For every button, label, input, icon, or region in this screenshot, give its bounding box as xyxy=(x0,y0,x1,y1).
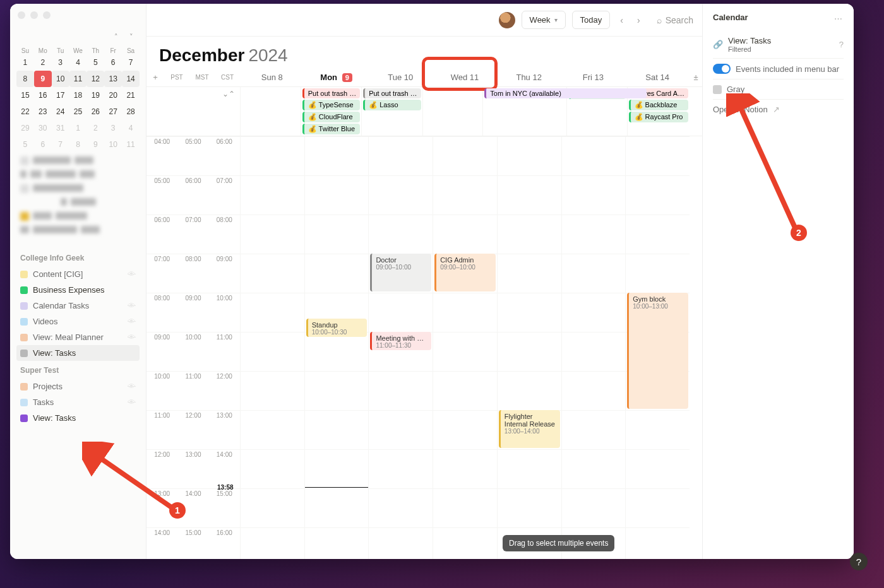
mini-cal-next[interactable]: ˅ xyxy=(126,30,137,44)
mini-cal-day[interactable]: 4 xyxy=(69,54,87,71)
mini-cal-day[interactable]: 11 xyxy=(69,71,87,87)
day-column[interactable] xyxy=(561,136,626,559)
time-grid[interactable]: 04:0005:0006:0005:0006:0007:0006:0007:00… xyxy=(146,136,702,559)
allday-event[interactable]: Tom in NYC (available) xyxy=(484,88,647,98)
mini-cal-day[interactable]: 27 xyxy=(104,103,122,120)
hidden-icon[interactable]: 👁 xyxy=(128,317,136,326)
help-fab[interactable]: ? xyxy=(850,553,868,570)
day-column[interactable]: Flylighter Internal Release13:00–14:00 xyxy=(497,136,561,559)
menubar-toggle[interactable] xyxy=(713,64,731,74)
mini-cal-day[interactable]: 24 xyxy=(52,103,69,120)
prev-week[interactable]: ‹ xyxy=(616,13,627,28)
timed-event[interactable]: Meeting with …11:00–11:30 xyxy=(370,332,431,350)
mini-cal-day[interactable]: 15 xyxy=(16,87,34,103)
calendar-item[interactable]: Videos👁 xyxy=(16,314,140,329)
calendar-item[interactable]: View: Tasks xyxy=(16,410,140,426)
mini-cal-day[interactable]: 11 xyxy=(122,136,140,153)
day-header[interactable]: Sun 8 xyxy=(240,73,304,82)
mini-cal-day[interactable]: 26 xyxy=(87,103,104,120)
allday-column[interactable] xyxy=(240,87,301,136)
color-swatch[interactable] xyxy=(713,85,722,94)
hidden-icon[interactable]: 👁 xyxy=(128,382,136,391)
mini-cal-day[interactable]: 30 xyxy=(34,120,52,136)
day-column[interactable]: CIG Admin09:00–10:00 xyxy=(433,136,497,559)
timed-event[interactable]: Flylighter Internal Release13:00–14:00 xyxy=(499,410,560,448)
mini-cal-day[interactable]: 3 xyxy=(52,54,69,71)
panel-view-label[interactable]: View: Tasks xyxy=(728,36,771,45)
mini-cal-day[interactable]: 6 xyxy=(104,54,122,71)
mini-cal-day[interactable]: 8 xyxy=(16,71,34,87)
calendar-item[interactable]: Calendar Tasks👁 xyxy=(16,298,140,314)
mini-calendar[interactable]: 1234567891011121314151617181920212223242… xyxy=(16,54,140,153)
day-header[interactable]: Fri 13 xyxy=(561,73,626,82)
mini-cal-day[interactable]: 7 xyxy=(122,54,140,71)
allday-event[interactable]: Put out trash … xyxy=(363,88,421,98)
allday-event[interactable]: 💰 Raycast Pro xyxy=(629,112,688,122)
mini-cal-day[interactable]: 28 xyxy=(122,103,140,120)
mini-cal-day[interactable]: 31 xyxy=(52,120,69,136)
mini-cal-day[interactable]: 20 xyxy=(104,87,122,103)
timed-event[interactable]: CIG Admin09:00–10:00 xyxy=(434,254,496,291)
mini-cal-day[interactable]: 14 xyxy=(122,71,140,87)
mini-cal-day[interactable]: 5 xyxy=(87,54,104,71)
day-header[interactable]: Mon 9 xyxy=(304,73,369,82)
mini-cal-day[interactable]: 23 xyxy=(34,103,52,120)
mini-cal-prev[interactable]: ˄ xyxy=(110,30,122,44)
mini-cal-day[interactable]: 2 xyxy=(34,54,52,71)
mini-cal-day[interactable]: 7 xyxy=(52,136,69,153)
mini-cal-day[interactable]: 1 xyxy=(16,54,34,71)
next-week[interactable]: › xyxy=(633,13,644,28)
calendar-item[interactable]: Projects👁 xyxy=(16,379,140,394)
mini-cal-day[interactable]: 29 xyxy=(16,120,34,136)
mini-cal-day[interactable]: 5 xyxy=(16,136,34,153)
mini-cal-day[interactable]: 10 xyxy=(104,136,122,153)
calendar-item[interactable]: View: Meal Planner👁 xyxy=(16,329,140,345)
allday-event[interactable]: 💰 Lasso xyxy=(363,100,421,110)
allday-column[interactable]: Put out trash …💰 TypeSense💰 CloudFlare💰 … xyxy=(301,87,361,136)
mini-cal-day[interactable]: 6 xyxy=(34,136,52,153)
add-timezone[interactable]: + xyxy=(146,73,164,82)
calendar-item[interactable]: Content [CIG]👁 xyxy=(16,266,140,282)
allday-event[interactable]: 💰 Twitter Blue xyxy=(302,124,360,134)
hidden-icon[interactable]: 👁 xyxy=(128,332,136,342)
mini-cal-day[interactable]: 10 xyxy=(52,71,69,87)
avatar[interactable] xyxy=(499,12,515,28)
mini-cal-day[interactable]: 9 xyxy=(34,71,52,87)
hidden-icon[interactable]: 👁 xyxy=(128,301,136,310)
mini-cal-day[interactable]: 19 xyxy=(87,87,104,103)
allday-column[interactable]: Tom in NYC (available) xyxy=(482,87,566,136)
allday-event[interactable]: Put out trash … xyxy=(302,88,360,98)
day-header[interactable]: Thu 12 xyxy=(497,73,561,82)
mini-cal-day[interactable]: 16 xyxy=(34,87,52,103)
today-button[interactable]: Today xyxy=(572,11,611,29)
allday-event[interactable]: 💰 CloudFlare xyxy=(302,112,360,122)
search-field[interactable]: ⌕ Search xyxy=(650,15,693,25)
mini-cal-day[interactable]: 18 xyxy=(69,87,87,103)
day-header[interactable]: Tue 10 xyxy=(368,73,433,82)
view-switcher[interactable]: Week▾ xyxy=(522,11,566,29)
allday-event[interactable]: 💰 Backblaze xyxy=(629,100,688,110)
allday-column[interactable]: Put out trash …💰 Lasso xyxy=(361,87,422,136)
mini-cal-day[interactable]: 17 xyxy=(52,87,69,103)
week-settings-icon[interactable]: ± xyxy=(690,73,702,82)
day-header[interactable]: Wed 11 xyxy=(433,73,497,82)
mini-cal-day[interactable]: 3 xyxy=(104,120,122,136)
help-icon[interactable]: ? xyxy=(839,40,844,49)
allday-collapse[interactable]: ⌄⌃ xyxy=(146,87,240,136)
timed-event[interactable]: Doctor09:00–10:00 xyxy=(370,254,431,291)
mini-cal-day[interactable]: 12 xyxy=(87,71,104,87)
mini-cal-day[interactable]: 4 xyxy=(122,120,140,136)
timed-event[interactable]: Standup10:00–10:30 xyxy=(306,319,367,337)
panel-menu-icon[interactable]: ⋯ xyxy=(834,14,844,23)
mini-cal-day[interactable]: 9 xyxy=(87,136,104,153)
calendar-item[interactable]: Business Expenses xyxy=(16,282,140,298)
mini-cal-day[interactable]: 21 xyxy=(122,87,140,103)
calendar-item[interactable]: View: Tasks xyxy=(16,345,140,361)
open-in-notion[interactable]: Open in Notion xyxy=(713,105,768,114)
day-column[interactable]: Doctor09:00–10:00Meeting with …11:00–11:… xyxy=(368,136,433,559)
mini-cal-day[interactable]: 8 xyxy=(69,136,87,153)
hidden-icon[interactable]: 👁 xyxy=(128,397,136,407)
allday-event[interactable]: 💰 TypeSense xyxy=(302,100,360,110)
mini-cal-day[interactable]: 13 xyxy=(104,71,122,87)
day-column[interactable]: Standup10:00–10:30 xyxy=(304,136,369,559)
